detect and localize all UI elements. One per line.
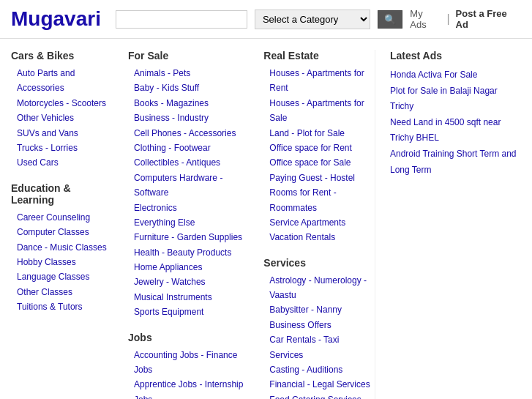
- category-link[interactable]: Language Classes: [11, 269, 113, 284]
- category-link[interactable]: Home Appliances: [128, 260, 249, 275]
- category-link[interactable]: Office space for Sale: [263, 155, 375, 170]
- header-divider: |: [446, 12, 449, 26]
- category-link[interactable]: Electronics: [128, 201, 249, 215]
- latest-ad-link[interactable]: Need Land in 4500 sqft near Trichy BHEL: [390, 115, 521, 146]
- category-link[interactable]: Computers Hardware - Software: [128, 171, 249, 201]
- my-ads-link[interactable]: My Ads: [410, 8, 441, 30]
- search-icon: 🔍: [384, 14, 396, 25]
- category-link[interactable]: Business Offers: [263, 318, 375, 332]
- category-link[interactable]: Houses - Apartments for Sale: [263, 96, 375, 126]
- categories: Cars & BikesAuto Parts and AccessoriesMo…: [11, 50, 375, 399]
- post-ad-link[interactable]: Post a Free Ad: [456, 8, 521, 30]
- section-title-for-sale: For Sale: [128, 50, 249, 61]
- section-title-services: Services: [263, 257, 375, 269]
- category-link[interactable]: Paying Guest - Hostel: [263, 171, 375, 185]
- category-link[interactable]: Land - Plot for Sale: [263, 126, 375, 141]
- sidebar: Latest Ads Honda Activa For SalePlot for…: [375, 50, 521, 399]
- category-link[interactable]: Service Apartments: [263, 215, 375, 230]
- search-button[interactable]: 🔍: [378, 10, 402, 29]
- logo[interactable]: Mugavari: [11, 7, 101, 31]
- category-select[interactable]: Select a Category: [255, 10, 370, 29]
- category-link[interactable]: Houses - Apartments for Rent: [263, 66, 375, 96]
- category-link[interactable]: Vacation Rentals: [263, 230, 375, 245]
- main: Cars & BikesAuto Parts and AccessoriesMo…: [0, 39, 532, 399]
- category-link[interactable]: Business - Industry: [128, 111, 249, 125]
- sidebar-title: Latest Ads: [390, 50, 521, 61]
- latest-ad-link[interactable]: Honda Activa For Sale: [390, 67, 521, 83]
- section-title-jobs: Jobs: [128, 332, 249, 343]
- category-link[interactable]: Animals - Pets: [128, 66, 249, 81]
- category-link[interactable]: Jewelry - Watches: [128, 275, 249, 289]
- category-link[interactable]: Musical Instruments: [128, 290, 249, 305]
- category-link[interactable]: Financial - Legal Services: [263, 377, 375, 392]
- category-link[interactable]: Collectibles - Antiques: [128, 155, 249, 170]
- category-link[interactable]: Auto Parts and Accessories: [11, 66, 113, 96]
- category-link[interactable]: Computer Classes: [11, 225, 113, 239]
- category-link[interactable]: Food Catering Services: [263, 392, 375, 399]
- category-link[interactable]: Books - Magazines: [128, 96, 249, 111]
- header-right: My Ads | Post a Free Ad: [410, 8, 521, 30]
- category-link[interactable]: Health - Beauty Products: [128, 245, 249, 260]
- section-title-real-estate: Real Estate: [263, 50, 375, 61]
- category-link[interactable]: Casting - Auditions: [263, 362, 375, 377]
- category-link[interactable]: Accounting Jobs - Finance Jobs: [128, 348, 249, 378]
- column-col1: Cars & BikesAuto Parts and AccessoriesMo…: [11, 50, 113, 399]
- header: Mugavari Select a Category 🔍 My Ads | Po…: [0, 0, 532, 39]
- category-link[interactable]: Other Vehicles: [11, 111, 113, 125]
- category-link[interactable]: Hobby Classes: [11, 255, 113, 269]
- category-link[interactable]: Clothing - Footwear: [128, 141, 249, 155]
- latest-ad-link[interactable]: Android Training Short Term and Long Ter…: [390, 146, 521, 178]
- category-link[interactable]: SUVs and Vans: [11, 126, 113, 141]
- category-link[interactable]: Other Classes: [11, 285, 113, 299]
- category-link[interactable]: Furniture - Garden Supplies: [128, 230, 249, 245]
- column-col3: Real EstateHouses - Apartments for RentH…: [263, 50, 375, 399]
- category-link[interactable]: Car Rentals - Taxi Services: [263, 332, 375, 362]
- category-link[interactable]: Apprentice Jobs - Internship Jobs: [128, 377, 249, 399]
- category-link[interactable]: Career Counseling: [11, 210, 113, 225]
- category-link[interactable]: Tuitions & Tutors: [11, 299, 113, 314]
- category-link[interactable]: Trucks - Lorries: [11, 141, 113, 155]
- category-link[interactable]: Dance - Music Classes: [11, 240, 113, 255]
- category-link[interactable]: Sports Equipment: [128, 305, 249, 319]
- category-link[interactable]: Motorcycles - Scooters: [11, 96, 113, 111]
- section-title-education-&-learning: Education & Learning: [11, 182, 113, 206]
- column-col2: For SaleAnimals - PetsBaby - Kids StuffB…: [128, 50, 249, 399]
- category-link[interactable]: Rooms for Rent - Roommates: [263, 185, 375, 215]
- category-link[interactable]: Everything Else: [128, 215, 249, 230]
- category-link[interactable]: Cell Phones - Accessories: [128, 126, 249, 141]
- category-link[interactable]: Office space for Rent: [263, 141, 375, 155]
- category-link[interactable]: Used Cars: [11, 155, 113, 170]
- category-link[interactable]: Astrology - Numerology - Vaastu: [263, 273, 375, 303]
- section-title-cars-&-bikes: Cars & Bikes: [11, 50, 113, 61]
- latest-ad-link[interactable]: Plot for Sale in Balaji Nagar Trichy: [390, 83, 521, 115]
- search-input[interactable]: [116, 10, 247, 29]
- category-link[interactable]: Baby - Kids Stuff: [128, 81, 249, 95]
- category-link[interactable]: Babysitter - Nanny: [263, 302, 375, 317]
